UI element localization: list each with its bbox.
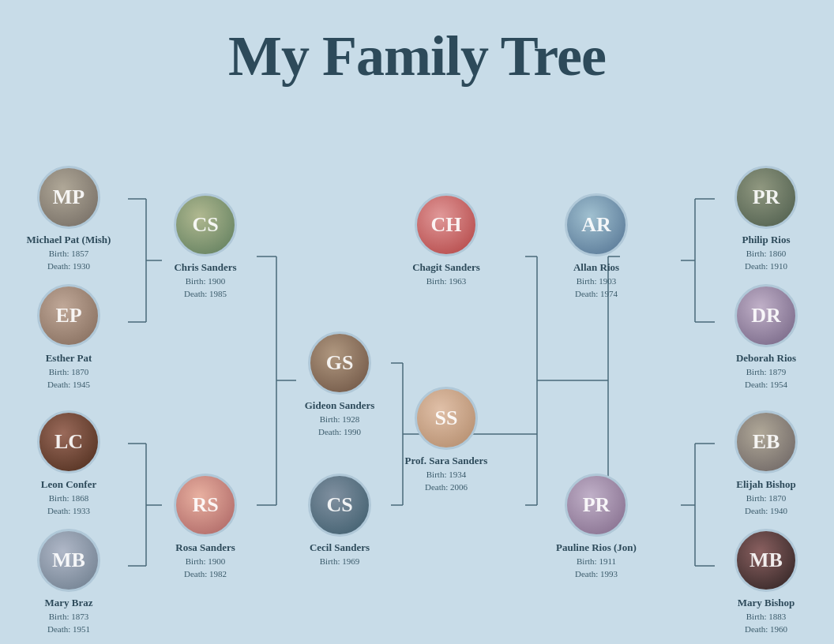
name-rosa: Rosa Sanders	[154, 541, 257, 555]
death-deborah: Death: 1954	[715, 378, 817, 391]
death-michael: Death: 1930	[17, 260, 120, 273]
name-philip: Philip Rios	[715, 234, 817, 247]
avatar-deborah: DR	[734, 284, 798, 347]
name-gideon: Gideon Sanders	[288, 399, 391, 413]
avatar-esther: EP	[37, 284, 100, 347]
birth-leon: Birth: 1868	[17, 492, 120, 505]
death-mary-bishop: Death: 1960	[715, 623, 817, 636]
name-chris: Chris Sanders	[154, 261, 257, 275]
name-esther: Esther Pat	[17, 352, 120, 365]
person-chris: CS Chris Sanders Birth: 1900 Death: 1985	[154, 193, 257, 301]
avatar-mary-braz: MB	[37, 529, 100, 592]
person-michael: MP Michael Pat (Mish) Birth: 1857 Death:…	[17, 166, 120, 273]
name-chagit: Chagit Sanders	[395, 261, 498, 275]
person-philip: PR Philip Rios Birth: 1860 Death: 1910	[715, 166, 817, 273]
birth-gideon: Birth: 1928	[288, 413, 391, 426]
avatar-leon: LC	[37, 410, 100, 474]
birth-allan: Birth: 1903	[545, 275, 648, 288]
birth-elijah: Birth: 1870	[715, 492, 817, 505]
person-cecil: CS Cecil Sanders Birth: 1969	[288, 474, 391, 567]
person-elijah: EB Elijah Bishop Birth: 1870 Death: 1940	[715, 410, 817, 518]
page-title: My Family Tree	[0, 0, 834, 89]
name-leon: Leon Confer	[17, 478, 120, 492]
person-gideon: GS Gideon Sanders Birth: 1928 Death: 199…	[288, 331, 391, 439]
avatar-mary-bishop: MB	[734, 529, 798, 592]
person-leon: LC Leon Confer Birth: 1868 Death: 1933	[17, 410, 120, 518]
birth-sara: Birth: 1934	[395, 468, 498, 481]
death-pauline: Death: 1993	[545, 567, 648, 581]
avatar-cecil: CS	[308, 474, 371, 537]
death-mary-braz: Death: 1951	[17, 623, 120, 636]
birth-rosa: Birth: 1900	[154, 555, 257, 568]
avatar-chagit: CH	[415, 193, 478, 256]
name-deborah: Deborah Rios	[715, 352, 817, 365]
birth-chris: Birth: 1900	[154, 275, 257, 288]
death-gideon: Death: 1990	[288, 425, 391, 439]
person-pauline: PR Pauline Rios (Jon) Birth: 1911 Death:…	[545, 474, 648, 581]
birth-cecil: Birth: 1969	[288, 555, 391, 568]
birth-esther: Birth: 1870	[17, 365, 120, 379]
person-allan: AR Allan Rios Birth: 1903 Death: 1974	[545, 193, 648, 301]
avatar-chris: CS	[174, 193, 237, 256]
person-mary-bishop: MB Mary Bishop Birth: 1883 Death: 1960	[715, 529, 817, 636]
death-leon: Death: 1933	[17, 504, 120, 518]
birth-philip: Birth: 1860	[715, 247, 817, 260]
person-rosa: RS Rosa Sanders Birth: 1900 Death: 1982	[154, 474, 257, 581]
birth-michael: Birth: 1857	[17, 247, 120, 260]
birth-deborah: Birth: 1879	[715, 365, 817, 379]
avatar-pauline: PR	[565, 474, 628, 537]
person-chagit: CH Chagit Sanders Birth: 1963	[395, 193, 498, 287]
avatar-elijah: EB	[734, 410, 798, 474]
avatar-michael: MP	[37, 166, 100, 229]
name-cecil: Cecil Sanders	[288, 541, 391, 555]
death-esther: Death: 1945	[17, 378, 120, 391]
name-elijah: Elijah Bishop	[715, 478, 817, 492]
avatar-gideon: GS	[308, 331, 371, 395]
death-philip: Death: 1910	[715, 260, 817, 273]
death-chris: Death: 1985	[154, 287, 257, 301]
avatar-sara: SS	[415, 387, 478, 450]
death-elijah: Death: 1940	[715, 504, 817, 518]
birth-mary-bishop: Birth: 1883	[715, 610, 817, 623]
name-michael: Michael Pat (Mish)	[17, 234, 120, 247]
death-sara: Death: 2006	[395, 481, 498, 494]
death-allan: Death: 1974	[545, 287, 648, 301]
name-mary-bishop: Mary Bishop	[715, 597, 817, 610]
name-mary-braz: Mary Braz	[17, 597, 120, 610]
avatar-philip: PR	[734, 166, 798, 229]
birth-pauline: Birth: 1911	[545, 555, 648, 568]
person-esther: EP Esther Pat Birth: 1870 Death: 1945	[17, 284, 120, 391]
person-sara: SS Prof. Sara Sanders Birth: 1934 Death:…	[395, 387, 498, 494]
birth-chagit: Birth: 1963	[395, 275, 498, 288]
name-pauline: Pauline Rios (Jon)	[545, 541, 648, 555]
avatar-rosa: RS	[174, 474, 237, 537]
person-deborah: DR Deborah Rios Birth: 1879 Death: 1954	[715, 284, 817, 391]
person-mary-braz: MB Mary Braz Birth: 1873 Death: 1951	[17, 529, 120, 636]
name-allan: Allan Rios	[545, 261, 648, 275]
death-rosa: Death: 1982	[154, 567, 257, 581]
name-sara: Prof. Sara Sanders	[395, 455, 498, 468]
tree-container: MP Michael Pat (Mish) Birth: 1857 Death:…	[0, 118, 834, 644]
avatar-allan: AR	[565, 193, 628, 256]
birth-mary-braz: Birth: 1873	[17, 610, 120, 623]
